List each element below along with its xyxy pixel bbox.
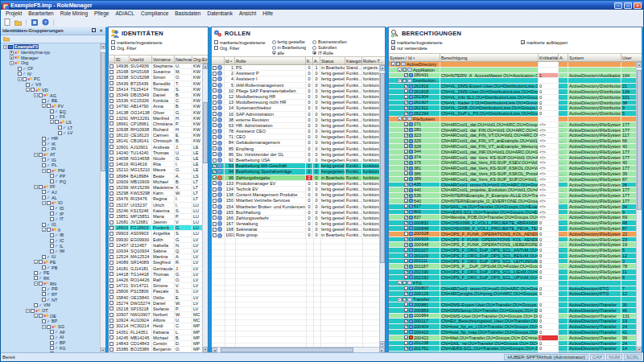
- tree-expander-icon[interactable]: [42, 201, 46, 205]
- grouping-tool-icon[interactable]: [2, 35, 10, 43]
- header-a[interactable]: A.: [313, 57, 320, 64]
- identity-row[interactable]: 15274 DW15274 Daniel W. LV: [109, 301, 202, 306]
- row-checkbox[interactable]: [109, 93, 114, 97]
- row-checkbox[interactable]: [404, 199, 408, 203]
- row-checkbox[interactable]: [404, 286, 408, 290]
- row-checkbox[interactable]: [213, 233, 217, 237]
- row-checkbox[interactable]: [404, 84, 408, 88]
- identity-row[interactable]: 18903 FG18903 Frederik G. LU: [109, 225, 202, 231]
- identity-row[interactable]: 15237 UI15237 Ulrich I. LU: [109, 203, 202, 208]
- tree-checkbox[interactable]: [31, 309, 35, 313]
- tree-checkbox[interactable]: [39, 93, 43, 97]
- filter-checkbox-item[interactable]: markierte aufklappen: [521, 39, 590, 45]
- menu-item[interactable]: Projekt: [2, 10, 25, 18]
- radio-button[interactable]: [272, 51, 276, 55]
- row-checkbox[interactable]: [109, 243, 114, 247]
- identity-row[interactable]: 09930 EG09930 Edith G. LV: [109, 237, 202, 243]
- tree-item[interactable]: PB: [2, 265, 100, 270]
- permission-row[interactable]: 328 CN=ARCvol1_dat_FIN_VT_anExample_Weis…: [389, 144, 636, 150]
- header-id[interactable]: Id▲: [225, 57, 235, 64]
- role-row[interactable]: 138 Content Management Produkte 0 0 fert…: [212, 192, 379, 198]
- filter-checkbox-item[interactable]: nur verwendete: [391, 45, 460, 51]
- permission-row[interactable]: 435 CN=ARCvol1_progv,OU=Vol1,OU=ARC,OU=G…: [389, 183, 636, 188]
- row-checkbox[interactable]: [213, 152, 217, 156]
- header-checkbox-col[interactable]: [109, 56, 115, 63]
- permission-row[interactable]: 200929 CN=OPS_F_FUNK_OPERATIONS_KOL_AEND…: [389, 237, 636, 243]
- permission-row[interactable]: 280 CN=ARCvol1_dat_FIN,OU=Vol1,OU=ARC,OU…: [389, 128, 636, 134]
- role-row[interactable]: 4 Assistenz I 0 0 fertig gestellt Funkti…: [212, 76, 379, 82]
- filter-checkbox-item[interactable]: Org. Filter: [214, 45, 266, 51]
- header-nachname[interactable]: Nachname: [175, 56, 192, 63]
- tree-item[interactable]: EQ: [2, 109, 100, 114]
- row-checkbox[interactable]: [109, 278, 114, 282]
- tree-item[interactable]: SG: [2, 324, 100, 330]
- tree-checkbox[interactable]: [50, 174, 54, 178]
- permission-row[interactable]: ActiveDirectory: [389, 62, 636, 68]
- tree-expander-icon[interactable]: [18, 77, 22, 81]
- permission-row[interactable]: 802 CN=VERS-SCL,OU=Transfer,OU=Groups,OU…: [389, 210, 636, 216]
- header-system-id[interactable]: System / Id▲: [389, 54, 440, 61]
- identity-row[interactable]: 14418 TG14418 Thomas G. LV: [109, 272, 202, 278]
- role-row[interactable]: 13 Modulbetreuung nicht HR 0 0 fertig ge…: [212, 100, 379, 105]
- permission-row[interactable]: 202192 CN=OPS_F_ORG_DuP_OPS_SCL_UPVxM,OU…: [389, 275, 636, 281]
- row-checkbox[interactable]: [404, 275, 408, 279]
- permission-row[interactable]: 389 CN=ARCvol1_dat_Vers_KS-SUP_SUP,OU=Vo…: [389, 177, 636, 183]
- tree-item[interactable]: OE: [2, 313, 100, 319]
- tree-checkbox[interactable]: [42, 292, 46, 296]
- permission-row[interactable]: 261907 CN=VL_Kader 2,OU=DistributionList…: [389, 101, 636, 106]
- tree-checkbox[interactable]: [50, 341, 54, 345]
- row-checkbox[interactable]: [109, 128, 114, 132]
- tree-checkbox[interactable]: [50, 346, 54, 350]
- permission-row[interactable]: 200422 CN=Mail,OU=Transfer,OU=Groups,OU=…: [389, 335, 636, 341]
- tree-expander-icon[interactable]: [398, 68, 402, 72]
- row-checkbox[interactable]: [404, 341, 408, 345]
- header-org[interactable]: Org-Ein...▲: [192, 56, 208, 63]
- scroll-thumb[interactable]: [203, 102, 208, 163]
- identity-row[interactable]: 15439 BT15439 Benedikt T. KW: [109, 81, 202, 87]
- row-checkbox[interactable]: [402, 68, 407, 72]
- scroll-up-icon[interactable]: ▲: [380, 65, 385, 71]
- row-checkbox[interactable]: [109, 272, 114, 276]
- row-checkbox[interactable]: [109, 121, 114, 125]
- tree-item[interactable]: HR: [2, 136, 100, 142]
- role-row[interactable]: 1 PS 0 1 in Bearbeitung Stand... organis…: [212, 65, 379, 71]
- tree-item[interactable]: AF: [2, 329, 100, 335]
- row-checkbox[interactable]: [404, 237, 408, 241]
- row-checkbox[interactable]: [109, 134, 114, 138]
- row-checkbox[interactable]: [109, 237, 114, 241]
- maximize-button[interactable]: □: [624, 2, 632, 9]
- tree-item[interactable]: BP: [2, 319, 100, 324]
- tree-expander-icon[interactable]: [398, 117, 402, 121]
- tree-checkbox[interactable]: [18, 72, 22, 76]
- menu-item[interactable]: Basisdaten: [171, 10, 204, 18]
- role-row[interactable]: 38 externe Revision 0 0 fertig gestellt …: [212, 117, 379, 123]
- identity-row[interactable]: 15336 KC15336 Kordula C. KW: [109, 98, 202, 104]
- tree-checkbox[interactable]: [50, 179, 54, 183]
- tree-item[interactable]: FX: [2, 114, 100, 120]
- identity-row[interactable]: 14843 CD14843 Cerstin D. MP: [109, 341, 202, 347]
- row-checkbox[interactable]: [404, 253, 408, 257]
- role-row[interactable]: 14 Systemarchitektur 0 0 fertig gestellt…: [212, 105, 379, 111]
- roles-horizontal-scrollbar[interactable]: ◄ ►: [212, 347, 385, 352]
- row-checkbox[interactable]: [404, 106, 408, 110]
- tree-item[interactable]: AJ: [2, 190, 100, 195]
- radio-button[interactable]: [312, 40, 316, 44]
- identity-row[interactable]: 15298 SO15298 Simon O. KW: [109, 75, 202, 80]
- tree-item[interactable]: OT: [2, 308, 100, 314]
- tree-item[interactable]: IG: [2, 222, 100, 228]
- scroll-thumb[interactable]: [101, 52, 105, 171]
- row-checkbox[interactable]: [109, 179, 114, 183]
- row-checkbox[interactable]: [213, 95, 217, 99]
- row-checkbox[interactable]: [109, 64, 114, 68]
- radio-button[interactable]: [272, 40, 276, 44]
- row-checkbox[interactable]: [213, 101, 217, 105]
- permission-row[interactable]: 540 CN=INTERNExample_O_EVERYONE,OU=Group…: [389, 199, 636, 204]
- permission-row[interactable]: 386 CN=ARCvol1_dat_Vers_KS-SUP_KSKOL_Pro…: [389, 171, 636, 177]
- tree-checkbox[interactable]: [58, 131, 62, 135]
- tree-checkbox[interactable]: [47, 104, 51, 108]
- role-row[interactable]: 150 Mitarbeit Vertriebs-Services 0 0 fer…: [212, 198, 379, 204]
- tree-item[interactable]: FV: [2, 104, 100, 109]
- permission-row[interactable]: 200117 CN=EV_Berechnungstool_User,OU=Tra…: [389, 319, 636, 324]
- tree-checkbox[interactable]: [47, 169, 51, 173]
- role-row[interactable]: 5 IAM-Rollenmanagement 0 0 fertig gestel…: [212, 83, 379, 88]
